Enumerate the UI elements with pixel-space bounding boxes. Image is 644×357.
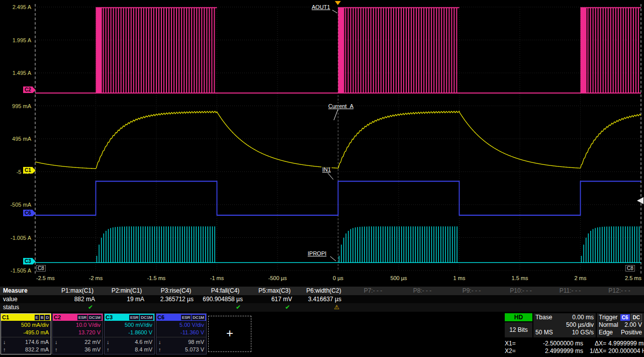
channel-marker-C2[interactable]: C2 <box>23 86 36 93</box>
channel-min-value: 4.6 mV <box>135 338 152 346</box>
trace-label-leader <box>328 173 333 180</box>
trigger-slope: Positive <box>621 329 642 336</box>
channel-scale-offset: 500 mA/div-495.0 mA <box>1 321 51 337</box>
channel-max-value: 832.2 mA <box>25 346 49 353</box>
measure-value-P4: 690.904858 µs <box>201 295 250 303</box>
x-axis-tick-label: 2 ms <box>563 275 598 282</box>
trace-C3-pwm <box>339 226 457 262</box>
channel-minmax: ↓4.6 mV↑8.4 mV <box>105 337 154 354</box>
channel-marker-label: C1 <box>23 167 33 173</box>
measure-header-P5[interactable]: P5:max(C3) <box>250 287 299 295</box>
x-axis-tick-label: 0 µs <box>321 275 356 282</box>
measure-header-P6[interactable]: P6:width(C2) <box>299 287 348 295</box>
channel-badges: ESRDC1M <box>129 315 153 320</box>
measure-header-P7[interactable]: P7:- - - <box>348 287 398 295</box>
channel-max-value: 36 mV <box>84 346 101 353</box>
y-axis-tick-label: -1.005 A <box>0 234 31 241</box>
cursor-handle-icon[interactable] <box>637 197 643 204</box>
channel-descriptor-C6[interactable]: C6ESRDC1M5.00 V/div-11.360 V↓98 mV↑5.073… <box>156 313 207 354</box>
measure-status-P11 <box>545 303 595 312</box>
x-axis-tick-label: 1 ms <box>442 275 477 282</box>
timebase-panel[interactable]: Tbase 0.00 ms 500 µs/div 50 MS 10 GS/s <box>533 313 596 337</box>
measure-value-P5: 617 mV <box>250 295 299 303</box>
channel-id: C3 <box>106 314 113 321</box>
channel-descriptor-C3[interactable]: C3ESRDC1M500 mV/div-1.8600 V↓4.6 mV↑8.4 … <box>104 313 155 354</box>
channel-min-value: 98 mV <box>188 338 204 346</box>
measure-status-P8 <box>398 303 447 312</box>
measure-status-P12 <box>595 303 644 312</box>
channel-marker-arrow-icon <box>33 210 36 216</box>
channel-title-bar: C6ESRDC1M <box>156 314 206 321</box>
x2-label: X2= <box>505 347 525 355</box>
trace-C3-pwm <box>97 226 215 262</box>
trace-C2-pwm <box>104 8 215 93</box>
channel-marker-label: C6 <box>23 210 33 216</box>
measure-header-P12[interactable]: P12:- - - <box>595 287 644 295</box>
x2-value: 2.4999999 ms <box>525 347 583 355</box>
add-trace-button[interactable]: + <box>208 316 251 352</box>
measure-header-P8[interactable]: P8:- - - <box>398 287 447 295</box>
trace-label-leader <box>334 110 338 120</box>
channel-badges: ESRDC1M <box>77 315 102 320</box>
y-axis-tick-label: 995 mA <box>0 103 31 110</box>
trigger-position-marker[interactable] <box>335 1 341 5</box>
x-axis-tick-label: 2.5 ms <box>606 275 641 282</box>
channel-badges: EBD <box>34 315 50 320</box>
measure-value-P6: 3.416637 µs <box>299 295 348 303</box>
measure-header-P11[interactable]: P11:- - - <box>545 287 595 295</box>
measure-header-P9[interactable]: P9:- - - <box>447 287 496 295</box>
waveform-canvas[interactable] <box>0 0 644 287</box>
x1-value: -2.5000000 ms <box>525 340 583 347</box>
trigger-label: Trigger <box>599 314 618 321</box>
trace-C3-pwm <box>582 226 639 262</box>
trace-label-leader <box>332 10 337 13</box>
channel-badge-dc1m: DC1M <box>140 315 153 320</box>
trace-C2-solid <box>338 8 344 93</box>
min-arrow-icon: ↓ <box>158 338 161 346</box>
y-axis-tick-label: -1.505 A <box>0 267 31 274</box>
channel-badge-esr: ESR <box>77 315 87 320</box>
channel-min-value: 22 mV <box>84 338 101 346</box>
channel-badge-esr: ESR <box>181 315 191 320</box>
measure-header-P3[interactable]: P3:rise(C4) <box>151 287 201 295</box>
channel-descriptor-C1[interactable]: C1EBD500 mA/div-495.0 mA↓174.6 mA↑832.2 … <box>1 313 51 354</box>
plus-icon: + <box>226 326 233 340</box>
channel-marker-C1[interactable]: C1 <box>23 167 36 173</box>
channel-marker-C3[interactable]: C3 <box>23 258 36 264</box>
measure-header-P4[interactable]: P4:fall(C4) <box>201 287 250 295</box>
x1-label: X1= <box>505 340 525 347</box>
sample-rate: 10 GS/s <box>572 329 594 336</box>
measure-header-P10[interactable]: P10:- - - <box>496 287 545 295</box>
channel-scale: 500 mA/div <box>3 321 49 329</box>
cursor-readout: X1= -2.5000000 ms ΔX= 4.9999999 ms X2= 2… <box>505 340 644 355</box>
trace-label-AOUT1: AOUT1 <box>311 4 331 10</box>
waveform-display[interactable]: 2.495 A1.995 A1.495 A995 mA495 mA-5 mA-5… <box>0 0 644 287</box>
measure-status-P3 <box>151 303 201 312</box>
adc-resolution[interactable]: 12 Bits <box>505 322 532 337</box>
trace-C2-pwm <box>346 8 457 93</box>
channel-scale-offset: 5.00 V/div-11.360 V <box>156 321 206 337</box>
trigger-source-badge: C6 <box>620 314 630 321</box>
channel-badge-dc1m: DC1M <box>88 315 102 320</box>
channel-minmax: ↓174.6 mA↑832.2 mA <box>1 337 51 354</box>
channel-scale: 5.00 V/div <box>158 321 204 329</box>
measure-value-P10 <box>496 295 545 303</box>
channel-scale-offset: 10.0 V/div13.720 V <box>53 321 103 337</box>
hd-mode-badge[interactable]: HD <box>505 313 532 321</box>
y-axis-tick-label: 495 mA <box>0 135 31 142</box>
trigger-panel[interactable]: Trigger C6 DC Normal 2.00 V Edge Positiv… <box>597 313 644 337</box>
measure-value-P8 <box>398 295 447 303</box>
trace-label-leader <box>330 256 336 261</box>
measure-status-P4: ✔ <box>201 303 250 312</box>
channel-minmax: ↓98 mV↑5.073 V <box>156 337 206 354</box>
measure-value-P7 <box>348 295 398 303</box>
channel-marker-C6[interactable]: C6 <box>23 210 36 216</box>
trace-label-IPROPI: IPROPI <box>307 250 327 256</box>
channel-marker-arrow-icon <box>33 167 36 173</box>
measure-header-P1[interactable]: P1:max(C1) <box>53 287 102 295</box>
measure-row-header: MeasureP1:max(C1)P2:min(C1)P3:rise(C4)P4… <box>0 287 644 295</box>
measure-header-P2[interactable]: P2:min(C1) <box>102 287 151 295</box>
channel-descriptor-C2[interactable]: C2ESRDC1M10.0 V/div13.720 V↓22 mV↑36 mV <box>52 313 103 354</box>
measure-row-status: status✔✔✔⚠ <box>0 303 644 312</box>
min-arrow-icon: ↓ <box>107 338 110 346</box>
